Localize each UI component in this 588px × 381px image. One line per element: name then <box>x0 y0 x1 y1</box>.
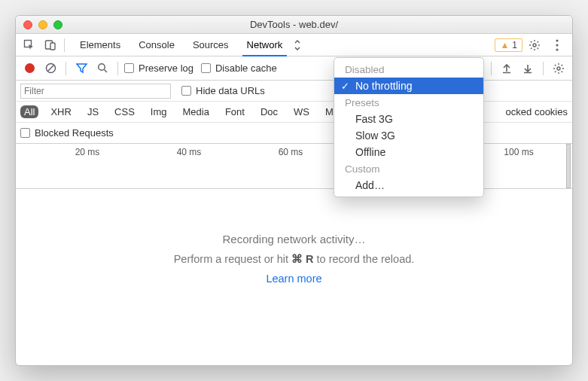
type-filter-media[interactable]: Media <box>178 105 212 118</box>
devtools-window: DevTools - web.dev/ Elements Console Sou… <box>15 15 573 366</box>
blocked-requests-label: Blocked Requests <box>35 127 114 139</box>
filter-toggle-icon[interactable] <box>72 59 90 78</box>
divider <box>66 62 66 75</box>
type-filter-img[interactable]: Img <box>147 105 171 118</box>
divider <box>543 62 544 75</box>
disable-cache-label: Disable cache <box>215 62 277 74</box>
throttling-dropdown: Disabled No throttling Presets Fast 3G S… <box>334 57 484 197</box>
dropdown-header-presets: Presets <box>334 94 483 111</box>
export-har-icon[interactable] <box>519 59 537 78</box>
disable-cache-checkbox[interactable]: Disable cache <box>201 62 277 74</box>
svg-line-8 <box>47 65 53 71</box>
titlebar: DevTools - web.dev/ <box>16 16 572 34</box>
svg-point-6 <box>556 48 558 50</box>
preserve-log-label: Preserve log <box>139 62 193 74</box>
timeline-tick: 40 ms <box>177 147 202 157</box>
warning-icon: ▲ <box>500 40 509 50</box>
timeline-scrollbar[interactable] <box>566 144 571 188</box>
dropdown-header-disabled: Disabled <box>334 61 483 78</box>
svg-point-3 <box>533 44 536 47</box>
settings-icon[interactable] <box>524 35 545 55</box>
search-icon[interactable] <box>93 59 111 78</box>
window-title: DevTools - web.dev/ <box>16 19 572 30</box>
throttle-option-fast-3g[interactable]: Fast 3G <box>334 111 483 127</box>
divider <box>117 62 118 75</box>
tab-elements[interactable]: Elements <box>71 34 129 56</box>
record-icon <box>25 63 35 73</box>
warnings-count: 1 <box>512 40 517 50</box>
device-toolbar-icon[interactable] <box>40 35 61 55</box>
panel-tabs: Elements Console Sources Network <box>71 34 495 56</box>
svg-rect-2 <box>50 43 55 50</box>
timeline-tick: 60 ms <box>279 147 303 157</box>
throttle-option-offline[interactable]: Offline <box>334 144 483 160</box>
type-filter-js[interactable]: JS <box>84 105 102 118</box>
clear-button[interactable] <box>41 59 59 78</box>
type-filter-all[interactable]: All <box>20 105 38 118</box>
more-tabs-icon[interactable] <box>291 34 303 56</box>
learn-more-link[interactable]: Learn more <box>266 273 321 285</box>
blocked-cookies-partial[interactable]: ocked cookies <box>506 106 568 117</box>
timeline-overview[interactable]: 20 ms 40 ms 60 ms 100 ms <box>16 144 572 189</box>
empty-line2: Perform a request or hit ⌘ R to record t… <box>174 253 415 265</box>
svg-point-9 <box>98 64 105 71</box>
type-filter-css[interactable]: CSS <box>111 105 139 118</box>
checkbox-icon <box>181 86 191 96</box>
resource-type-bar: All XHR JS CSS Img Media Font Doc WS Man… <box>16 102 572 123</box>
empty-line1: Recording network activity… <box>222 233 365 245</box>
throttle-option-slow-3g[interactable]: Slow 3G <box>334 127 483 144</box>
network-settings-icon[interactable] <box>550 59 568 78</box>
hide-data-urls-label: Hide data URLs <box>196 85 265 96</box>
more-options-icon[interactable] <box>547 35 568 55</box>
timeline-tick: 100 ms <box>504 147 533 157</box>
main-toolbar: Elements Console Sources Network ▲ 1 <box>16 34 572 56</box>
divider <box>64 38 65 52</box>
tab-network[interactable]: Network <box>238 34 292 56</box>
import-har-icon[interactable] <box>498 59 516 78</box>
keyboard-shortcut: ⌘ R <box>291 253 314 265</box>
svg-line-10 <box>104 70 107 73</box>
tab-sources[interactable]: Sources <box>184 34 238 56</box>
empty-state: Recording network activity… Perform a re… <box>16 189 572 285</box>
checkbox-icon <box>20 128 30 138</box>
svg-point-5 <box>556 44 558 46</box>
filter-bar: Hide data URLs <box>16 81 572 102</box>
filter-input[interactable] <box>20 84 171 99</box>
divider <box>491 62 492 75</box>
type-filter-font[interactable]: Font <box>221 105 248 118</box>
type-filter-xhr[interactable]: XHR <box>47 105 75 118</box>
inspect-element-icon[interactable] <box>19 35 40 55</box>
record-button[interactable] <box>20 59 38 78</box>
type-filter-doc[interactable]: Doc <box>257 105 282 118</box>
svg-point-13 <box>557 67 560 70</box>
network-toolbar: Preserve log Disable cache <box>16 56 572 81</box>
blocked-requests-bar: Blocked Requests <box>16 123 572 144</box>
tab-console[interactable]: Console <box>129 34 184 56</box>
checkbox-icon <box>124 63 134 73</box>
blocked-requests-checkbox[interactable]: Blocked Requests <box>20 127 114 139</box>
timeline-tick: 20 ms <box>75 147 100 157</box>
type-filter-ws[interactable]: WS <box>290 105 313 118</box>
preserve-log-checkbox[interactable]: Preserve log <box>124 62 193 74</box>
dropdown-header-custom: Custom <box>334 160 483 177</box>
throttle-option-add[interactable]: Add… <box>334 177 483 194</box>
warnings-badge[interactable]: ▲ 1 <box>495 38 522 52</box>
checkbox-icon <box>201 63 211 73</box>
throttle-option-no-throttling[interactable]: No throttling <box>334 78 483 94</box>
svg-point-4 <box>556 39 558 41</box>
hide-data-urls-checkbox[interactable]: Hide data URLs <box>181 85 265 96</box>
toolbar-right: ▲ 1 <box>495 35 568 55</box>
